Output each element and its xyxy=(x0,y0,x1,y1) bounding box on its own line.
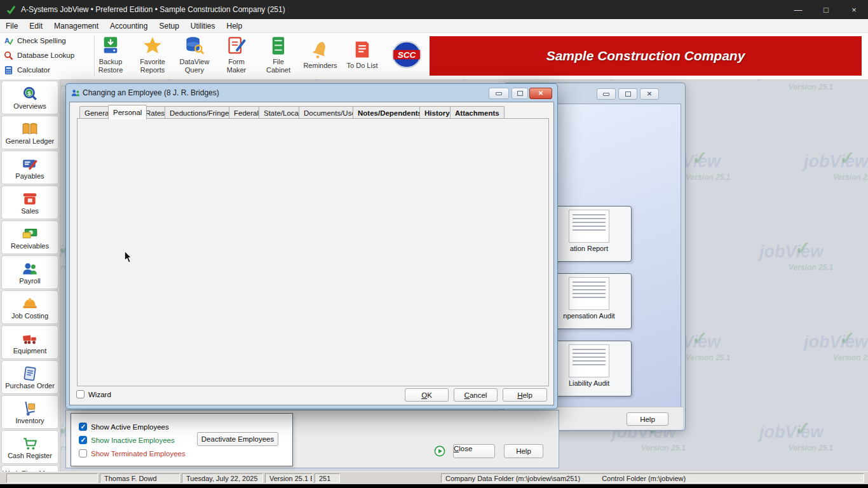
bottom-strip xyxy=(0,484,868,488)
reminders-icon xyxy=(310,39,330,60)
watermark: jobView✓Version 25.1 xyxy=(804,152,868,228)
dialog-minimize-button[interactable] xyxy=(489,88,509,99)
sidebar-item-general-ledger[interactable]: General Ledger xyxy=(1,116,58,149)
database-lookup-icon xyxy=(4,51,13,60)
company-banner: Sample Construction Company xyxy=(430,36,862,76)
mouse-cursor xyxy=(124,250,132,266)
cash-register-icon xyxy=(22,435,38,452)
sidebar: $ Overviews General Ledger Payables Sale… xyxy=(0,79,60,471)
checkbox xyxy=(76,390,85,398)
svg-text:$: $ xyxy=(27,89,31,96)
window-title: A-Systems JobView • Preferred Edition • … xyxy=(21,5,285,14)
inventory-icon xyxy=(22,400,38,417)
tab-deductions-fringes[interactable]: Deductions/Fringes xyxy=(165,106,238,119)
report-tile[interactable]: npensation Audit xyxy=(546,273,632,329)
menu-utilities[interactable]: Utilities xyxy=(185,20,221,32)
calculator-button[interactable]: Calculator xyxy=(4,64,50,76)
status-date: Tuesday, July 22, 2025 xyxy=(182,473,263,483)
sidebar-item-inventory[interactable]: Inventory xyxy=(1,395,58,429)
changing-employee-dialog: Changing an Employee (8 J. R. Bridges) ✕… xyxy=(65,83,558,409)
cancel-button[interactable]: Cancel xyxy=(454,388,498,402)
sidebar-item-sales[interactable]: Sales xyxy=(1,186,58,219)
form-maker-icon xyxy=(226,36,247,56)
sidebar-item-receivables[interactable]: Receivables xyxy=(1,220,58,254)
watermark: jobView✓Version 25.1 xyxy=(759,79,868,138)
sidebar-item-equipment[interactable]: Equipment xyxy=(1,325,58,359)
ok-button[interactable]: OK xyxy=(405,388,449,402)
menu-help[interactable]: Help xyxy=(220,20,248,32)
reminders-button[interactable]: Reminders xyxy=(300,39,341,70)
tab-notes-dependents[interactable]: Notes/Dependents xyxy=(353,106,427,119)
todo-list-icon xyxy=(352,39,372,60)
app-window: A-Systems JobView • Preferred Edition • … xyxy=(0,0,868,488)
file-cabinet-button[interactable]: FileCabinet xyxy=(258,36,299,74)
status-empty-cell xyxy=(6,473,98,483)
receivables-icon xyxy=(22,226,38,242)
reports-restore-button[interactable] xyxy=(618,88,637,100)
minimize-button[interactable]: — xyxy=(784,0,812,19)
app-check-icon xyxy=(6,5,16,15)
wizard-checkbox[interactable]: Wizard xyxy=(76,390,111,398)
report-thumbnail xyxy=(569,277,609,310)
sidebar-item-purchase-order[interactable]: Purchase Order xyxy=(1,360,58,394)
general-ledger-icon xyxy=(22,121,38,137)
check-spelling-button[interactable]: A Check Spelling xyxy=(4,35,66,46)
favorite-reports-button[interactable]: FavoriteReports xyxy=(132,36,173,74)
dialog-close-button[interactable]: ✕ xyxy=(529,88,552,99)
todo-list-button[interactable]: To Do List xyxy=(342,39,383,70)
tab-personal[interactable]: Personal xyxy=(108,105,147,119)
sidebar-item-job-costing[interactable]: Job Costing xyxy=(1,290,58,324)
checkbox xyxy=(79,436,87,444)
watermark: jobView✓Version 25.1 xyxy=(759,423,868,471)
menu-edit[interactable]: Edit xyxy=(24,20,48,32)
svg-text:A: A xyxy=(4,37,10,44)
employees-close-button[interactable]: Close xyxy=(453,444,495,458)
dialog-title: Changing an Employee (8 J. R. Bridges) xyxy=(83,88,219,97)
scc-logo: SCC xyxy=(391,39,422,70)
report-tile[interactable]: Liability Audit xyxy=(546,341,632,396)
checkbox xyxy=(79,449,87,458)
database-lookup-button[interactable]: Database Lookup xyxy=(4,50,74,61)
equipment-icon xyxy=(22,330,38,347)
check-spelling-icon: A xyxy=(4,36,13,46)
deactivate-employees-button[interactable]: Deactivate Employees xyxy=(197,432,278,446)
job-costing-icon xyxy=(22,295,38,312)
sidebar-item-overviews[interactable]: $ Overviews xyxy=(1,81,58,114)
menu-management[interactable]: Management xyxy=(48,20,104,32)
favorite-reports-icon xyxy=(142,36,163,56)
sidebar-item-payables[interactable]: Payables xyxy=(1,151,58,184)
menu-accounting[interactable]: Accounting xyxy=(104,20,153,32)
show-active-employees-checkbox[interactable]: Show Active Employees xyxy=(79,423,169,431)
dialog-restore-button[interactable] xyxy=(512,88,528,99)
checkbox xyxy=(79,423,87,431)
payroll-icon xyxy=(22,261,38,277)
show-inactive-employees-checkbox[interactable]: Show Inactive Employees xyxy=(79,436,175,444)
status-company-number: 251 xyxy=(315,473,340,483)
purchase-order-icon xyxy=(22,365,38,382)
backup-restore-button[interactable]: BackupRestore xyxy=(90,36,131,74)
menu-file[interactable]: File xyxy=(0,20,24,32)
maximize-button[interactable]: □ xyxy=(812,0,840,19)
reports-minimize-button[interactable] xyxy=(597,88,616,100)
backup-restore-icon xyxy=(100,36,121,56)
reports-help-button[interactable]: Help xyxy=(627,412,668,426)
sidebar-item-cash-register[interactable]: Cash Register xyxy=(1,430,58,464)
help-button[interactable]: Help xyxy=(503,388,547,402)
calculator-icon xyxy=(4,65,13,75)
status-data-folder: Company Data Folder (m:\jobview\sam251) xyxy=(445,475,580,482)
watermark: jobView✓Version 25.1 xyxy=(804,332,868,409)
employees-help-button[interactable]: Help xyxy=(504,444,543,458)
dataview-query-button[interactable]: DataViewQuery xyxy=(174,36,215,74)
reports-close-button[interactable]: ✕ xyxy=(640,88,659,100)
report-tile[interactable]: ation Report xyxy=(546,206,632,262)
close-button[interactable]: × xyxy=(840,0,868,19)
play-icon[interactable] xyxy=(434,445,445,459)
status-control-folder: Control Folder (m:\jobview) xyxy=(602,475,686,482)
show-terminated-employees-checkbox[interactable]: Show Terminated Employees xyxy=(79,449,186,458)
employee-filter-box: Show Active Employees Show Inactive Empl… xyxy=(71,413,293,466)
sidebar-item-payroll[interactable]: Payroll xyxy=(1,255,58,289)
menu-setup[interactable]: Setup xyxy=(153,20,184,32)
form-maker-button[interactable]: FormMaker xyxy=(216,36,257,74)
tab-attachments[interactable]: Attachments xyxy=(450,106,505,119)
report-thumbnail xyxy=(569,210,609,243)
